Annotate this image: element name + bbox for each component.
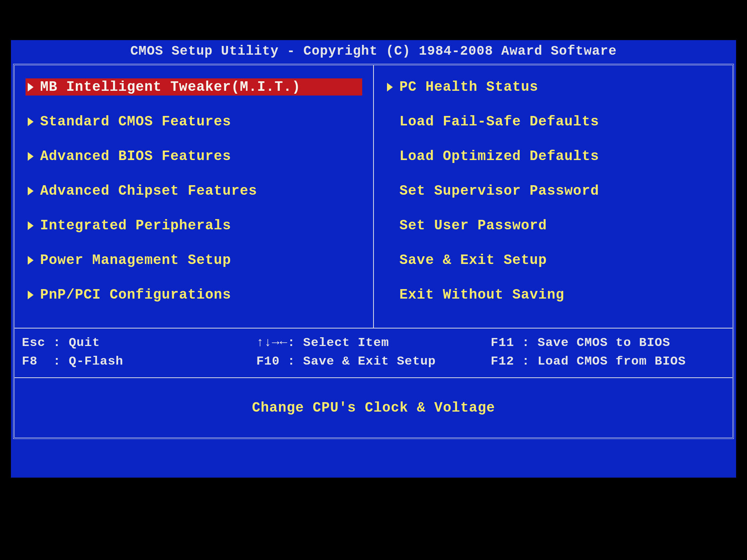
menu-item-pc-health[interactable]: PC Health Status xyxy=(385,78,721,96)
help-bar: Esc : Quit F8 : Q-Flash ↑↓→←: Select Ite… xyxy=(15,328,732,377)
menu-item-integrated-peripherals[interactable]: Integrated Peripherals xyxy=(26,217,362,234)
menu-item-label: PnP/PCI Configurations xyxy=(40,287,231,303)
menu-item-label: MB Intelligent Tweaker(M.I.T.) xyxy=(40,79,301,95)
menu-right-column: PC Health Status Load Fail-Safe Defaults… xyxy=(374,65,732,328)
menu-item-label: Set Supervisor Password xyxy=(399,183,599,199)
triangle-right-icon xyxy=(28,152,34,161)
triangle-right-icon xyxy=(28,83,34,92)
menu-item-load-optimized[interactable]: Load Optimized Defaults xyxy=(385,148,721,165)
help-col-3: F11 : Save CMOS to BIOS F12 : Load CMOS … xyxy=(491,334,725,371)
triangle-right-icon xyxy=(28,221,34,230)
menu-item-power-management[interactable]: Power Management Setup xyxy=(26,252,362,269)
menu-item-label: Advanced BIOS Features xyxy=(40,148,231,164)
menu-item-standard-cmos[interactable]: Standard CMOS Features xyxy=(26,113,362,130)
menu-item-load-failsafe[interactable]: Load Fail-Safe Defaults xyxy=(385,113,721,130)
help-col-2: ↑↓→←: Select Item F10 : Save & Exit Setu… xyxy=(256,334,491,371)
menu-item-label: Advanced Chipset Features xyxy=(40,183,257,199)
menu-item-label: Set User Password xyxy=(399,218,547,233)
menu-item-label: Load Optimized Defaults xyxy=(399,148,599,164)
menu-item-label: Save & Exit Setup xyxy=(399,252,547,268)
triangle-right-icon xyxy=(28,291,34,299)
bios-screen: CMOS Setup Utility - Copyright (C) 1984-… xyxy=(11,40,736,478)
menu-item-label: Integrated Peripherals xyxy=(40,218,231,233)
menu-item-advanced-bios[interactable]: Advanced BIOS Features xyxy=(26,148,362,165)
menu-item-exit-without-saving[interactable]: Exit Without Saving xyxy=(385,286,721,303)
help-col-1: Esc : Quit F8 : Q-Flash xyxy=(22,334,256,371)
triangle-right-icon xyxy=(387,83,393,92)
menu-item-user-password[interactable]: Set User Password xyxy=(385,217,721,234)
main-frame: MB Intelligent Tweaker(M.I.T.) Standard … xyxy=(13,64,734,439)
menu-item-save-exit[interactable]: Save & Exit Setup xyxy=(385,252,721,269)
menu-item-advanced-chipset[interactable]: Advanced Chipset Features xyxy=(26,182,362,199)
triangle-right-icon xyxy=(28,187,34,195)
menu-item-label: PC Health Status xyxy=(399,79,538,95)
triangle-right-icon xyxy=(28,117,34,126)
triangle-right-icon xyxy=(28,256,34,265)
menu-item-mit[interactable]: MB Intelligent Tweaker(M.I.T.) xyxy=(26,78,362,96)
hint-bar: Change CPU's Clock & Voltage xyxy=(15,377,732,438)
menu-item-label: Standard CMOS Features xyxy=(40,114,231,129)
menu-item-label: Power Management Setup xyxy=(40,252,231,268)
menu-item-label: Exit Without Saving xyxy=(399,287,564,303)
menu-left-column: MB Intelligent Tweaker(M.I.T.) Standard … xyxy=(15,65,374,328)
menu-area: MB Intelligent Tweaker(M.I.T.) Standard … xyxy=(15,65,732,328)
menu-item-supervisor-password[interactable]: Set Supervisor Password xyxy=(385,182,721,199)
menu-item-label: Load Fail-Safe Defaults xyxy=(399,114,599,129)
page-title: CMOS Setup Utility - Copyright (C) 1984-… xyxy=(11,40,736,64)
menu-item-pnp-pci[interactable]: PnP/PCI Configurations xyxy=(26,286,362,303)
